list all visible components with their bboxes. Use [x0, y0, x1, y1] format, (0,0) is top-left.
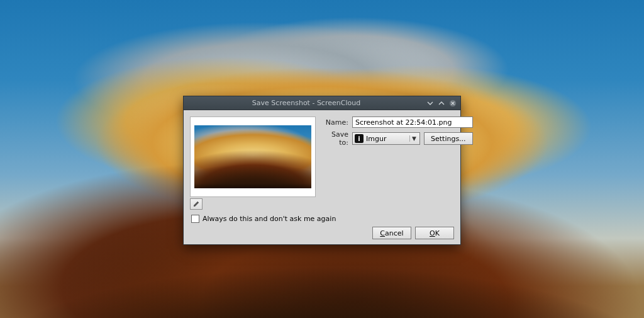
desktop-wallpaper: Save Screenshot - ScreenCloud — [0, 0, 644, 318]
save-screenshot-dialog: Save Screenshot - ScreenCloud — [183, 96, 461, 245]
settings-button[interactable]: Settings... — [424, 132, 473, 145]
screenshot-preview — [190, 116, 316, 197]
always-do-this-label: Always do this and don't ask me again — [203, 215, 336, 223]
screenshot-thumbnail — [194, 125, 311, 188]
window-titlebar[interactable]: Save Screenshot - ScreenCloud — [184, 96, 460, 110]
ok-button-rest: K — [435, 229, 440, 237]
pencil-icon — [192, 200, 200, 208]
maximize-icon[interactable] — [436, 98, 447, 108]
minimize-icon[interactable] — [425, 98, 435, 108]
save-to-dropdown[interactable]: i Imgur ▼ — [352, 132, 420, 145]
cancel-button[interactable]: Cancel — [372, 227, 411, 239]
save-to-selected: Imgur — [366, 135, 407, 143]
window-title: Save Screenshot - ScreenCloud — [189, 99, 424, 107]
always-do-this-checkbox[interactable] — [191, 215, 199, 223]
edit-screenshot-button[interactable] — [190, 198, 203, 210]
ok-button[interactable]: OK — [415, 227, 454, 239]
dialog-body: Name: Save to: i Imgur ▼ Settings... — [184, 110, 460, 244]
chevron-down-icon: ▼ — [409, 135, 418, 142]
imgur-icon: i — [355, 134, 364, 143]
cancel-button-rest: ancel — [385, 229, 404, 237]
form-panel: Name: Save to: i Imgur ▼ Settings... — [321, 116, 473, 210]
save-to-label: Save to: — [321, 130, 348, 147]
name-label: Name: — [321, 118, 348, 127]
close-icon[interactable] — [448, 98, 458, 108]
filename-input[interactable] — [352, 116, 473, 128]
